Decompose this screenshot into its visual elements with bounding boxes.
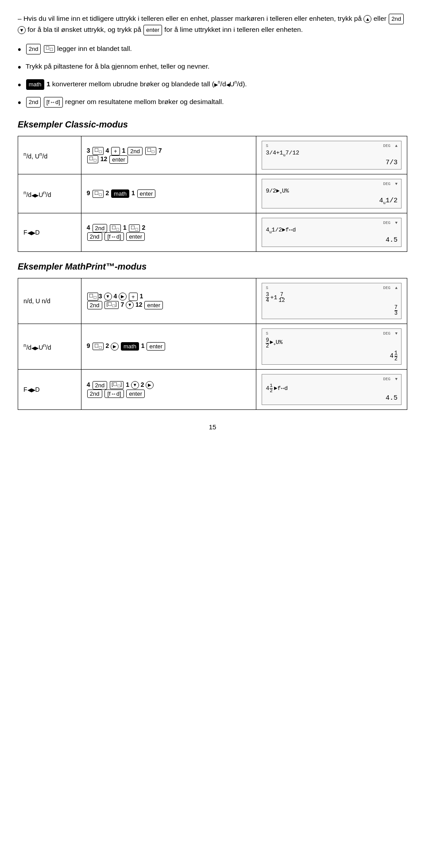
2nd-key-t1r1: 2nd <box>128 147 143 155</box>
screen-result-row-mp2: 4 1 2 <box>266 351 398 362</box>
key-2: 2 <box>105 189 109 197</box>
right-btn-mp1a: ▶ <box>119 293 127 301</box>
enter-key-mp1: enter <box>144 301 163 309</box>
math-key-mp2: math <box>121 342 139 351</box>
frac-result-mp2: 1 2 <box>394 351 398 362</box>
2nd-key: 2nd <box>389 14 404 24</box>
screen-mp2: S DEG ▼ 9 2 ►+U% 4 1 2 <box>262 328 402 365</box>
screen-expr-mp1: 3 4 +1 7 12 <box>266 292 398 303</box>
keys-cell-1: 3 ☐☐ 4 + 1 2nd ☐☐ 7 ☐☐ 12 enter <box>81 136 256 174</box>
frac-key-t1r2: ☐☐ <box>93 190 104 198</box>
screen-ffd-mp3: ►f↔d <box>274 385 288 392</box>
bullet-list: • 2nd ☐☐ legger inn et blandet tall. • T… <box>18 43 407 110</box>
frac-key-12: ☐☐ <box>87 155 98 163</box>
key-12: 12 <box>100 155 108 162</box>
bullet-item-4: • 2nd [f↔d] regner om resultatene mellom… <box>18 96 407 110</box>
keys-cell-3: 4 2nd ☐☐ 1 ☐☐ 2 2nd [f↔d] enter <box>81 213 256 251</box>
screen-1: S DEG ▲ 3/4+1u7/12 7/3 <box>262 141 402 170</box>
enter-key-t1r3: enter <box>126 232 145 241</box>
screen-deg-mp2: DEG ▼ <box>383 332 398 336</box>
enter-key-t1r2: enter <box>137 189 156 198</box>
screen-s-mp1: S <box>266 286 268 290</box>
frac-key-mp3a: [☐☐] <box>110 381 124 389</box>
screen-line1-1: 3/4+1u7/12 <box>266 149 398 158</box>
key-4-mp1: 4 <box>113 293 117 300</box>
bullet-2-content: Trykk på piltastene for å bla gjennom en… <box>26 61 407 71</box>
ffd-key-t1r3: [f↔d] <box>104 232 124 241</box>
bullet-3-content: math 1 konverterer mellom ubrudne brøker… <box>26 79 407 90</box>
down-btn-mp3: ▼ <box>131 381 139 389</box>
frac-den-mp1b: 12 <box>278 298 285 303</box>
mathprint-examples-table: n/d, U n/d ☐☐3 ▼ 4 ▶ + 1 2nd [☐☐] 7 ▼ 12… <box>18 278 407 410</box>
screen-s-1: S <box>266 144 268 148</box>
frac-key-t1r3a: ☐☐ <box>110 224 121 232</box>
key-3-mp1: 3 <box>99 293 102 300</box>
table-row: n/d, Un/d 3 ☐☐ 4 + 1 2nd ☐☐ 7 ☐☐ 12 ente… <box>18 136 407 174</box>
label-cell-1: n/d, Un/d <box>18 136 81 174</box>
frac-den-mp3: 2 <box>270 389 273 393</box>
frac-num-mp2: 9 <box>266 338 269 343</box>
key-3: 3 <box>87 147 90 154</box>
screen-cell-2: DEG ▼ 9/2►+U% 4u1/2 <box>256 174 407 213</box>
frac-key-t1r1: ☐☐ <box>145 147 156 155</box>
enter-key-t1r1: enter <box>109 155 128 164</box>
key-9-mp2: 9 <box>87 342 90 349</box>
screen-cell-mp2: S DEG ▼ 9 2 ►+U% 4 1 2 <box>256 324 407 369</box>
enter-key-mp2: enter <box>147 342 165 351</box>
frac-key-1: ☐☐ <box>44 45 55 53</box>
screen-whole-mp3-expr: 4 <box>266 385 269 392</box>
enter-key-mp3: enter <box>126 390 145 398</box>
sup-n-mp2: n <box>23 342 26 348</box>
screen-cell-3: DEG ▼ 4u1/2►f↔d 4.5 <box>256 213 407 251</box>
screen-result-1: 7/3 <box>266 159 398 166</box>
frac-key: ☐☐ <box>93 147 104 155</box>
label-cell-3: F◀▶D <box>18 213 81 251</box>
frac-display-mp1b: 7 12 <box>278 292 285 303</box>
math-key-1: math <box>26 79 44 90</box>
screen-2: DEG ▼ 9/2►+U% 4u1/2 <box>262 179 402 208</box>
screen-deg-3: DEG ▼ <box>383 221 398 225</box>
screen-line1-3: 4u1/2►f↔d <box>266 226 398 235</box>
2nd-key-mp1: 2nd <box>87 301 102 309</box>
frac-res-num-mp2: 1 <box>394 351 398 356</box>
keys-cell-mp2: 9 ☐☐ 2 ▶ math 1 enter <box>81 324 256 369</box>
key-4-t1r3: 4 <box>87 224 90 231</box>
key-7-mp1: 7 <box>120 301 124 308</box>
sup-n3: n <box>23 189 26 195</box>
sup-n4: n <box>43 189 46 195</box>
screen-result-mp3: 4.5 <box>266 394 398 402</box>
down-btn-mp1b: ▼ <box>126 301 134 309</box>
bullet-dot-4: • <box>18 95 21 110</box>
screen-deg-2: DEG ▼ <box>383 182 398 186</box>
bullet-item-1: • 2nd ☐☐ legger inn et blandet tall. <box>18 43 407 57</box>
2nd-key-t1r3b: 2nd <box>87 232 102 241</box>
section1-title: Eksempler Classic-modus <box>18 120 407 130</box>
bullet-dot-2: • <box>18 60 21 74</box>
frac-key-t1r3b: ☐☐ <box>129 224 140 232</box>
screen-top-bar-mp3: DEG ▼ <box>266 377 398 382</box>
screen-arrow-mp2: ►+U% <box>270 339 283 347</box>
section2-title: Eksempler MathPrint™-modus <box>18 262 407 272</box>
bullet-item-3: • math 1 konverterer mellom ubrudne brøk… <box>18 79 407 92</box>
key-2-t1r3: 2 <box>142 224 146 231</box>
screen-cell-mp1: S DEG ▲ 3 4 +1 7 12 7 <box>256 278 407 324</box>
screen-cell-mp3: DEG ▼ 4 1 2 ►f↔d 4.5 <box>256 369 407 409</box>
ffd-key-mp3: [f↔d] <box>104 390 124 398</box>
screen-top-bar-mp2: S DEG ▼ <box>266 332 398 336</box>
screen-plus-1-mp1: +1 <box>270 294 278 301</box>
label-cell-2: n/d◀▶Un/d <box>18 174 81 213</box>
frac-res-num-mp1: 7 <box>394 305 398 311</box>
frac-res-den-mp2: 2 <box>394 356 398 362</box>
key-9: 9 <box>87 189 90 197</box>
arrow-n-right <box>214 82 218 87</box>
ffd-key-4: [f↔d] <box>44 97 63 108</box>
key-4: 4 <box>105 147 109 154</box>
math-key-t1r2: math <box>111 189 129 198</box>
enter-key: enter <box>143 25 162 35</box>
sup-n2-mp2: n <box>43 342 46 348</box>
screen-s-mp2: S <box>266 332 268 336</box>
screen-mp3: DEG ▼ 4 1 2 ►f↔d 4.5 <box>262 374 402 405</box>
table-row: n/d◀▶Un/d 9 ☐☐ 2 ▶ math 1 enter S DEG ▼ … <box>18 324 407 369</box>
table-row: F◀▶D 4 2nd ☐☐ 1 ☐☐ 2 2nd [f↔d] enter DEG… <box>18 213 407 251</box>
frac-display-mp3: 1 2 <box>270 383 273 393</box>
